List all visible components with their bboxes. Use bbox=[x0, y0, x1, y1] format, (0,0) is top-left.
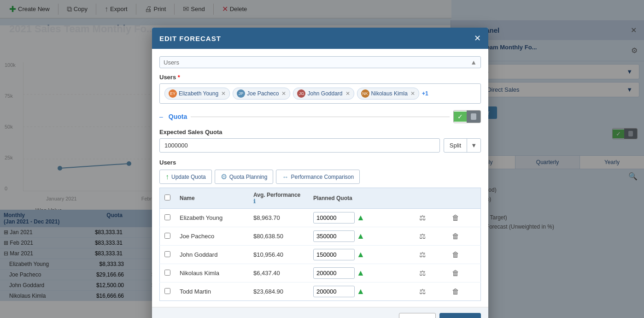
user-avatar-elizabeth: EY bbox=[169, 89, 177, 98]
select-all-checkbox[interactable] bbox=[164, 194, 170, 200]
table-row: John Goddard $10,956.40 ▲ ⚖ 🗑 bbox=[160, 246, 481, 264]
quota-up-arrow-elizabeth[interactable]: ▲ bbox=[357, 213, 365, 223]
td-perf-elizabeth: $8,963.70 bbox=[249, 209, 309, 227]
user-tag-john: JG John Goddard ✕ bbox=[293, 88, 354, 100]
row-checkbox-nikolaus[interactable] bbox=[164, 270, 170, 276]
quota-input-joe[interactable] bbox=[313, 230, 355, 242]
row-checkbox-joe[interactable] bbox=[164, 233, 170, 239]
table-row: Todd Martin $23,684.90 ▲ ⚖ 🗑 bbox=[160, 283, 481, 301]
td-quota-todd: ▲ bbox=[309, 283, 413, 301]
dropdown-arrow-icon: ▲ bbox=[470, 59, 477, 66]
quota-collapse-icon[interactable]: – bbox=[159, 113, 163, 120]
quota-input-nikolaus[interactable] bbox=[313, 267, 355, 279]
th-select-all bbox=[160, 188, 176, 209]
save-button[interactable]: Save bbox=[399, 313, 436, 318]
user-tag-close-nikolaus[interactable]: ✕ bbox=[410, 90, 415, 97]
avg-performance-info-icon[interactable]: ℹ bbox=[253, 198, 256, 205]
quota-up-arrow-john[interactable]: ▲ bbox=[357, 250, 365, 259]
split-button[interactable]: Split ▼ bbox=[444, 138, 481, 153]
update-quota-button[interactable]: ↑ Update Quota bbox=[159, 170, 212, 184]
td-check-elizabeth bbox=[160, 209, 176, 227]
td-quota-john: ▲ bbox=[309, 246, 413, 264]
expected-sales-quota-label: Expected Sales Quota bbox=[159, 129, 481, 135]
td-perf-joe: $80,638.50 bbox=[249, 227, 309, 246]
table-row: Nikolaus Kimla $6,437.40 ▲ ⚖ 🗑 bbox=[160, 264, 481, 283]
edit-forecast-modal: EDIT FORECAST ✕ Users ▲ Users * EY Eliza… bbox=[152, 28, 488, 318]
table-header-row: Name Avg. Performance ℹ Planned Quota bbox=[160, 188, 481, 209]
th-name: Name bbox=[175, 188, 249, 209]
user-tag-close-john[interactable]: ✕ bbox=[345, 90, 350, 97]
balance-icon-john[interactable]: ⚖ bbox=[417, 249, 427, 260]
td-perf-todd: $23,684.90 bbox=[249, 283, 309, 301]
user-tag-elizabeth: EY Elizabeth Young ✕ bbox=[164, 88, 230, 100]
user-tags-container: EY Elizabeth Young ✕ JP Joe Pacheco ✕ JG… bbox=[159, 83, 481, 104]
user-tag-close-joe[interactable]: ✕ bbox=[281, 90, 286, 97]
row-checkbox-todd[interactable] bbox=[164, 288, 170, 294]
quota-toggle[interactable]: ✓ bbox=[453, 110, 481, 123]
td-balance-todd: ⚖ bbox=[413, 283, 446, 301]
quota-toggle-slider bbox=[467, 111, 480, 123]
users-field-label: Users * bbox=[159, 74, 481, 81]
quota-header: – Quota ✓ bbox=[159, 110, 481, 123]
users-table-section-label: Users bbox=[159, 159, 481, 166]
quota-planning-button[interactable]: ⚙ Quota Planning bbox=[215, 170, 274, 184]
quota-input-field[interactable] bbox=[159, 138, 440, 153]
quota-input-row: Split ▼ bbox=[159, 138, 481, 153]
td-name-nikolaus: Nikolaus Kimla bbox=[175, 264, 249, 283]
performance-comparison-icon: ↔ bbox=[282, 173, 288, 181]
user-avatar-john: JG bbox=[297, 89, 305, 98]
users-search-dropdown[interactable]: Users ▲ bbox=[159, 56, 481, 68]
quota-up-arrow-todd[interactable]: ▲ bbox=[357, 287, 365, 296]
td-quota-elizabeth: ▲ bbox=[309, 209, 413, 227]
user-tag-close-elizabeth[interactable]: ✕ bbox=[221, 90, 226, 97]
quota-toggle-check: ✓ bbox=[454, 112, 467, 122]
modal-close-button[interactable]: ✕ bbox=[474, 33, 481, 43]
td-name-joe: Joe Pacheco bbox=[175, 227, 249, 246]
user-tag-nikolaus: NK Nikolaus Kimla ✕ bbox=[357, 88, 419, 100]
row-checkbox-john[interactable] bbox=[164, 251, 170, 257]
delete-icon-joe[interactable]: 🗑 bbox=[450, 231, 461, 241]
quota-title: Quota bbox=[169, 113, 187, 120]
cancel-button[interactable]: Cancel bbox=[439, 313, 481, 318]
quota-divider-line bbox=[191, 117, 450, 117]
modal-footer: Save Cancel bbox=[152, 307, 488, 318]
quota-up-arrow-nikolaus[interactable]: ▲ bbox=[357, 268, 365, 278]
balance-icon-joe[interactable]: ⚖ bbox=[417, 231, 427, 241]
td-delete-nikolaus: 🗑 bbox=[445, 264, 480, 283]
th-avg-performance: Avg. Performance ℹ bbox=[249, 188, 309, 209]
delete-icon-elizabeth[interactable]: 🗑 bbox=[450, 213, 461, 223]
balance-icon-nikolaus[interactable]: ⚖ bbox=[417, 268, 427, 278]
th-planned-quota: Planned Quota bbox=[309, 188, 413, 209]
user-avatar-joe: JP bbox=[237, 89, 245, 98]
user-tags-more[interactable]: +1 bbox=[422, 90, 428, 97]
modal-header: EDIT FORECAST ✕ bbox=[152, 28, 488, 49]
row-checkbox-elizabeth[interactable] bbox=[164, 214, 170, 220]
td-quota-joe: ▲ bbox=[309, 227, 413, 246]
table-row: Joe Pacheco $80,638.50 ▲ ⚖ 🗑 bbox=[160, 227, 481, 246]
quota-input-todd[interactable] bbox=[313, 286, 355, 297]
quota-planning-icon: ⚙ bbox=[221, 172, 227, 181]
quota-up-arrow-joe[interactable]: ▲ bbox=[357, 231, 365, 241]
quota-section: – Quota ✓ Expected Sales Quota Split ▼ bbox=[159, 110, 481, 153]
update-quota-icon: ↑ bbox=[165, 173, 169, 181]
td-name-elizabeth: Elizabeth Young bbox=[175, 209, 249, 227]
user-tag-joe: JP Joe Pacheco ✕ bbox=[233, 88, 290, 100]
td-delete-joe: 🗑 bbox=[445, 227, 480, 246]
performance-comparison-button[interactable]: ↔ Performance Comparison bbox=[276, 170, 360, 184]
split-btn-arrow-icon: ▼ bbox=[467, 139, 480, 152]
table-row: Elizabeth Young $8,963.70 ▲ ⚖ 🗑 bbox=[160, 209, 481, 227]
td-quota-nikolaus: ▲ bbox=[309, 264, 413, 283]
td-delete-elizabeth: 🗑 bbox=[445, 209, 480, 227]
users-table-actions: ↑ Update Quota ⚙ Quota Planning ↔ Perfor… bbox=[159, 170, 481, 184]
quota-input-john[interactable] bbox=[313, 249, 355, 260]
delete-icon-john[interactable]: 🗑 bbox=[450, 250, 461, 260]
td-name-john: John Goddard bbox=[175, 246, 249, 264]
balance-icon-elizabeth[interactable]: ⚖ bbox=[417, 212, 427, 223]
td-balance-elizabeth: ⚖ bbox=[413, 209, 446, 227]
quota-input-elizabeth[interactable] bbox=[313, 212, 355, 224]
balance-icon-todd[interactable]: ⚖ bbox=[417, 286, 427, 297]
delete-icon-todd[interactable]: 🗑 bbox=[450, 287, 461, 297]
delete-icon-nikolaus[interactable]: 🗑 bbox=[450, 268, 461, 278]
td-perf-john: $10,956.40 bbox=[249, 246, 309, 264]
td-balance-joe: ⚖ bbox=[413, 227, 446, 246]
